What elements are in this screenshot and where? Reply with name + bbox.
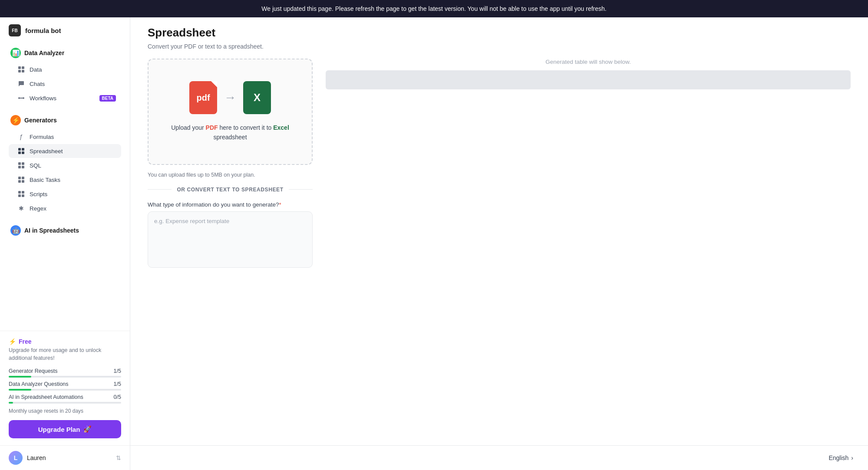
form-label: What type of information do you want to …	[148, 201, 313, 208]
language-label: English	[828, 454, 848, 461]
upload-instructions: Upload your PDF here to convert it to Ex…	[162, 123, 299, 142]
generator-requests-value: 1/5	[114, 368, 121, 374]
ai-automations-bar-fill	[9, 402, 13, 404]
generator-requests-row: Generator Requests 1/5	[9, 368, 121, 374]
generated-table-placeholder	[326, 70, 851, 89]
chats-icon	[17, 80, 25, 88]
basic-tasks-icon	[17, 176, 25, 184]
divider-label: OR CONVERT TEXT TO SPREADSHEET	[177, 187, 283, 193]
data-analyzer-label: Data Analyzer	[24, 49, 64, 56]
avatar-initials: L	[14, 454, 18, 461]
content-area: pdf → X Upload your PDF here to convert …	[130, 59, 868, 445]
lightning-icon: ⚡	[9, 338, 16, 345]
page-header: Spreadsheet Convert your PDF or text to …	[130, 17, 868, 59]
sidebar-item-workflows[interactable]: Workflows BETA	[9, 91, 121, 105]
monthly-reset-text: Monthly usage resets in 20 days	[9, 408, 121, 414]
upgrade-icon: 🚀	[83, 425, 92, 433]
workflows-beta-badge: BETA	[99, 95, 116, 102]
language-chevron-icon: ›	[851, 454, 853, 461]
workflows-icon	[17, 94, 25, 102]
avatar: L	[9, 451, 23, 465]
sidebar-item-scripts[interactable]: Scripts	[9, 187, 121, 201]
sidebar: FB formula bot 📊 Data Analyzer Data Chat…	[0, 17, 130, 470]
sidebar-item-basic-tasks-label: Basic Tasks	[30, 177, 60, 183]
ai-spreadsheet-automations-label: AI in Spreadsheet Automations	[9, 394, 83, 400]
generators-label: Generators	[24, 117, 57, 124]
data-icon	[17, 66, 25, 73]
svg-rect-20	[22, 191, 24, 194]
sidebar-item-scripts-label: Scripts	[30, 191, 47, 197]
upgrade-btn-label: Upgrade Plan	[38, 426, 80, 433]
user-name: Lauren	[27, 454, 112, 461]
convert-text-divider: OR CONVERT TEXT TO SPREADSHEET	[148, 187, 313, 193]
upgrade-plan-button[interactable]: Upgrade Plan 🚀	[9, 420, 121, 438]
upload-icons-group: pdf → X	[189, 81, 271, 114]
text-to-spreadsheet-input[interactable]	[148, 211, 313, 268]
logo-icon: FB	[9, 24, 21, 36]
svg-rect-10	[22, 151, 24, 154]
sidebar-item-regex[interactable]: ✱ Regex	[9, 201, 121, 215]
sidebar-item-chats[interactable]: Chats	[9, 77, 121, 91]
sidebar-item-data[interactable]: Data	[9, 62, 121, 76]
sidebar-item-spreadsheet-label: Spreadsheet	[30, 148, 63, 154]
file-limit-text: You can upload files up to 5MB on your p…	[148, 172, 313, 178]
svg-rect-22	[22, 194, 24, 197]
data-analyzer-header[interactable]: 📊 Data Analyzer	[7, 45, 123, 61]
formulas-icon: ƒ	[17, 133, 25, 141]
ai-spreadsheets-section: 🤖 AI in Spreadsheets	[0, 217, 130, 242]
user-row[interactable]: L Lauren ⇅	[0, 445, 130, 470]
page-subtitle: Convert your PDF or text to a spreadshee…	[148, 43, 851, 50]
plan-label-row: ⚡ Free	[9, 338, 121, 345]
bottom-bar: English ›	[130, 445, 868, 470]
sidebar-item-chats-label: Chats	[30, 81, 45, 87]
data-analyzer-questions-label: Data Analyzer Questions	[9, 381, 69, 387]
logo-text: formula bot	[25, 27, 61, 34]
svg-rect-1	[22, 66, 24, 69]
banner-text: We just updated this page. Please refres…	[261, 5, 606, 12]
sidebar-item-workflows-label: Workflows	[30, 95, 56, 102]
pdf-upload-zone[interactable]: pdf → X Upload your PDF here to convert …	[148, 59, 313, 165]
sidebar-item-formulas[interactable]: ƒ Formulas	[9, 130, 121, 144]
ai-spreadsheets-header[interactable]: 🤖 AI in Spreadsheets	[7, 223, 123, 238]
sidebar-item-sql[interactable]: SQL	[9, 158, 121, 172]
svg-rect-12	[22, 162, 24, 165]
spreadsheet-icon	[17, 147, 25, 155]
svg-rect-7	[18, 148, 21, 151]
generated-table-label: Generated table will show below.	[326, 59, 851, 65]
ai-spreadsheets-label: AI in Spreadsheets	[24, 227, 79, 234]
excel-text-highlight: Excel	[273, 124, 289, 131]
plan-badge: Free	[19, 338, 32, 345]
sidebar-item-spreadsheet[interactable]: Spreadsheet	[9, 144, 121, 158]
sidebar-logo-area: FB formula bot	[0, 17, 130, 40]
data-analyzer-bar-bg	[9, 389, 121, 391]
logo-icon-text: FB	[12, 28, 17, 33]
ai-spreadsheets-icon: 🤖	[10, 225, 21, 236]
sidebar-item-sql-label: SQL	[30, 162, 41, 169]
pdf-file-icon: pdf	[189, 81, 217, 114]
excel-file-icon: X	[243, 81, 271, 114]
divider-line-right	[289, 189, 313, 190]
ai-spreadsheet-automations-row: AI in Spreadsheet Automations 0/5	[9, 394, 121, 400]
sidebar-item-basic-tasks[interactable]: Basic Tasks	[9, 173, 121, 187]
svg-rect-3	[22, 70, 24, 72]
sidebar-item-regex-label: Regex	[30, 205, 46, 212]
ai-spreadsheet-automations-value: 0/5	[114, 394, 121, 400]
svg-rect-19	[18, 191, 21, 194]
scripts-icon	[17, 190, 25, 198]
sql-icon	[17, 161, 25, 169]
sidebar-plan-section: ⚡ Free Upgrade for more usage and to unl…	[0, 331, 130, 445]
plan-upgrade-text: Upgrade for more usage and to unlock add…	[9, 347, 121, 362]
svg-point-4	[18, 97, 20, 99]
svg-rect-11	[18, 162, 21, 165]
divider-line-left	[148, 189, 172, 190]
svg-rect-15	[18, 177, 21, 179]
language-selector-button[interactable]: English ›	[824, 452, 858, 464]
page-title: Spreadsheet	[148, 26, 851, 39]
update-banner: We just updated this page. Please refres…	[0, 0, 868, 17]
form-label-text: What type of information do you want to …	[148, 201, 279, 208]
generators-header[interactable]: ⚡ Generators	[7, 112, 123, 128]
generators-icon: ⚡	[10, 115, 21, 125]
svg-rect-9	[18, 151, 21, 154]
chevron-updown-icon: ⇅	[116, 454, 121, 461]
svg-rect-21	[18, 194, 21, 197]
